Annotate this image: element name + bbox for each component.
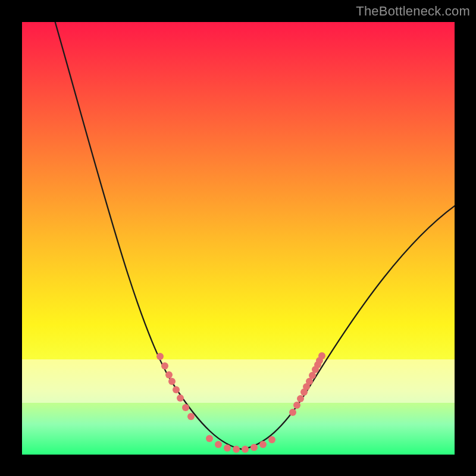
data-point — [233, 446, 240, 453]
data-point — [165, 371, 173, 378]
data-point — [173, 386, 180, 393]
data-point — [242, 446, 249, 453]
data-point — [224, 444, 231, 452]
chart-svg — [22, 22, 455, 455]
data-point — [187, 413, 195, 420]
bottleneck-curve — [52, 22, 455, 449]
data-point — [259, 441, 267, 448]
data-point — [289, 409, 296, 416]
data-point — [156, 353, 164, 360]
data-point — [293, 402, 300, 409]
data-point — [182, 404, 189, 411]
data-point — [177, 394, 184, 402]
data-point — [318, 352, 325, 359]
chart-plot-area — [22, 22, 455, 455]
data-point — [215, 441, 222, 448]
data-point — [250, 444, 258, 451]
data-point — [161, 362, 168, 369]
data-point — [206, 435, 213, 442]
data-point — [297, 395, 304, 402]
data-point — [268, 436, 275, 443]
data-point — [168, 378, 176, 385]
watermark-text: TheBottleneck.com — [356, 4, 470, 19]
